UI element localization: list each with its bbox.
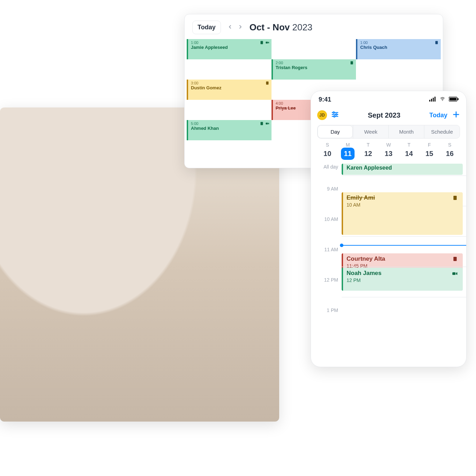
add-button[interactable]: [452, 111, 460, 120]
date-row: 10 11 12 13 14 15 16: [311, 148, 466, 160]
svg-rect-7: [266, 123, 268, 125]
event-dustin[interactable]: 3:00 Dustin Gomez: [187, 80, 272, 100]
filter-button[interactable]: [331, 111, 339, 120]
svg-rect-0: [260, 41, 263, 44]
grid-slot: 1:00 Jamie Appleseed: [187, 39, 272, 59]
hour-label: 10 AM: [311, 206, 342, 222]
event-time: 1:00: [191, 40, 269, 45]
svg-rect-11: [433, 98, 434, 102]
hour-row-10am: 10 AM Emily Ami 10 AM: [311, 206, 466, 236]
grid-slot: 3:00 Dustin Gomez: [187, 80, 272, 100]
svg-point-21: [336, 114, 337, 115]
hour-label: 12 PM: [311, 267, 342, 283]
svg-point-13: [442, 100, 443, 101]
dow-cell: S: [440, 142, 460, 148]
wifi-icon: [439, 97, 446, 103]
svg-rect-26: [453, 257, 456, 261]
dow-cell: S: [317, 142, 337, 148]
event-time: 2:00: [276, 61, 354, 65]
note-icon: [260, 121, 264, 126]
date-cell-selected[interactable]: 11: [341, 148, 354, 160]
event-time: 10 AM: [347, 202, 459, 208]
status-bar: 9:41: [311, 91, 466, 108]
mobile-header: JD Sept 2023 Today: [311, 108, 466, 123]
event-time: 3:00: [191, 81, 269, 85]
svg-marker-28: [456, 272, 458, 275]
event-name: Chris Quach: [360, 45, 438, 50]
note-icon: [260, 40, 264, 45]
grid-slot: [272, 39, 356, 59]
chevron-right-icon: [238, 24, 243, 30]
date-cell[interactable]: 14: [399, 148, 419, 160]
svg-marker-8: [268, 123, 269, 125]
svg-rect-6: [260, 122, 263, 125]
title-range: Oct - Nov: [250, 22, 290, 32]
event-name: Courtney Alta: [347, 255, 459, 262]
note-icon: [265, 81, 269, 85]
hour-label: 1 PM: [311, 297, 342, 313]
hour-row-11am: 11 AM Courtney Alta 11:45 PM: [311, 236, 466, 267]
nav-arrows: [226, 22, 245, 33]
plus-icon: [452, 111, 460, 118]
battery-icon: [449, 97, 459, 103]
svg-rect-12: [434, 97, 436, 102]
date-cell[interactable]: 10: [317, 148, 337, 160]
grid-slot: 5:00 Ahmed Khan: [187, 120, 272, 140]
event-name: Emily Ami: [347, 194, 459, 201]
hour-row-12pm: 12 PM Noah James 12 PM: [311, 267, 466, 297]
event-name: Tristan Rogers: [276, 65, 354, 70]
note-icon: [452, 195, 458, 202]
event-noah[interactable]: Noah James 12 PM: [342, 268, 463, 291]
video-icon: [452, 270, 458, 278]
event-name: Noah James: [347, 270, 459, 277]
event-emily[interactable]: Emily Ami 10 AM: [342, 192, 463, 235]
svg-point-22: [334, 116, 335, 117]
tab-month[interactable]: Month: [389, 125, 424, 138]
hour-row-1pm: 1 PM: [311, 297, 466, 327]
date-cell[interactable]: 16: [440, 148, 460, 160]
grid-slot: [187, 100, 272, 120]
cellular-icon: [429, 97, 436, 103]
event-tristan[interactable]: 2:00 Tristan Rogers: [272, 59, 356, 80]
note-icon: [350, 61, 354, 65]
event-name: Dustin Gomez: [191, 85, 269, 91]
date-cell[interactable]: 13: [378, 148, 399, 160]
event-name: Ahmed Khan: [191, 126, 269, 131]
svg-rect-3: [436, 41, 438, 44]
svg-rect-5: [266, 82, 268, 85]
dow-cell: T: [358, 142, 378, 148]
svg-rect-9: [429, 100, 430, 102]
today-button[interactable]: Today: [192, 21, 221, 34]
prev-button[interactable]: [226, 22, 234, 33]
today-link[interactable]: Today: [429, 112, 447, 119]
dow-row: S M T W T F S: [311, 142, 466, 148]
tab-schedule[interactable]: Schedule: [424, 125, 460, 138]
svg-rect-15: [449, 98, 456, 101]
desktop-header: Today Oct - Nov 2023: [185, 14, 443, 39]
allday-row: All day Karen Appleseed: [311, 163, 466, 176]
title-year: 2023: [292, 22, 312, 32]
date-cell[interactable]: 12: [358, 148, 378, 160]
tab-day[interactable]: Day: [318, 125, 353, 138]
dow-cell: M: [337, 142, 358, 148]
avatar[interactable]: JD: [317, 110, 327, 120]
hour-label: 11 AM: [311, 236, 342, 252]
note-icon: [434, 40, 439, 45]
dow-cell: T: [399, 142, 419, 148]
event-karen[interactable]: Karen Appleseed: [342, 164, 463, 175]
tab-week[interactable]: Week: [353, 125, 388, 138]
video-icon: [265, 40, 269, 45]
next-button[interactable]: [236, 22, 245, 33]
event-jamie[interactable]: 1:00 Jamie Appleseed: [187, 39, 272, 59]
svg-rect-16: [458, 98, 459, 100]
event-name: Karen Appleseed: [347, 165, 459, 171]
date-cell[interactable]: 15: [419, 148, 439, 160]
video-icon: [265, 121, 269, 126]
grid-slot: [187, 59, 272, 80]
sliders-icon: [331, 111, 339, 118]
grid-slot: [356, 59, 441, 80]
event-ahmed[interactable]: 5:00 Ahmed Khan: [187, 120, 272, 140]
now-indicator: [342, 245, 466, 246]
event-chris[interactable]: 1:00 Chris Quach: [356, 39, 441, 59]
day-schedule: All day Karen Appleseed 9 AM 10 AM Emily…: [311, 163, 466, 327]
